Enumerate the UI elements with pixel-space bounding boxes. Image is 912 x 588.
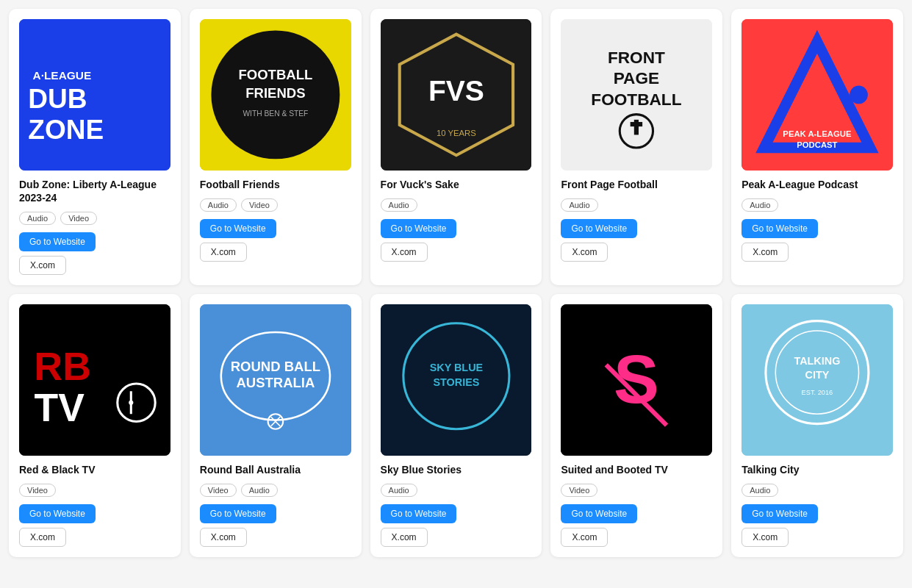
card-actions-peak-aleague: Go to WebsiteX.com bbox=[742, 219, 893, 262]
card-title-red-black-tv: Red & Black TV bbox=[19, 463, 170, 476]
svg-text:ROUND BALL: ROUND BALL bbox=[230, 359, 320, 374]
svg-point-30 bbox=[129, 401, 133, 405]
xcom-button-dub-zone[interactable]: X.com bbox=[19, 256, 66, 275]
svg-text:EST. 2016: EST. 2016 bbox=[802, 390, 833, 397]
svg-text:A·LEAGUE: A·LEAGUE bbox=[33, 69, 92, 82]
card-image-suited-booted: S bbox=[561, 304, 712, 456]
card-title-suited-booted: Suited and Booted TV bbox=[561, 463, 712, 476]
card-image-sky-blue: SKY BLUE STORIES bbox=[381, 304, 532, 456]
svg-text:FOOTBALL: FOOTBALL bbox=[592, 90, 682, 109]
card-actions-talking-city: Go to WebsiteX.com bbox=[742, 504, 893, 547]
card-title-talking-city: Talking City bbox=[742, 463, 893, 476]
tag-audio: Audio bbox=[561, 198, 597, 212]
tag-audio: Audio bbox=[200, 198, 237, 212]
card-title-football-friends: Football Friends bbox=[200, 178, 351, 191]
xcom-button-red-black-tv[interactable]: X.com bbox=[19, 528, 66, 547]
card-image-talking-city: TALKING CITY EST. 2016 bbox=[742, 304, 893, 456]
go-to-website-button-peak-aleague[interactable]: Go to Website bbox=[742, 219, 818, 238]
card-title-peak-aleague: Peak A-League Podcast bbox=[742, 178, 893, 191]
go-to-website-button-front-page[interactable]: Go to Website bbox=[561, 219, 637, 238]
card-image-front-page: FRONT PAGE FOOTBALL bbox=[561, 19, 712, 171]
card-tags-round-ball: VideoAudio bbox=[200, 484, 351, 497]
tag-video: Video bbox=[241, 198, 278, 212]
tag-audio: Audio bbox=[241, 484, 278, 497]
xcom-button-front-page[interactable]: X.com bbox=[561, 243, 608, 262]
card-actions-for-vuck: Go to WebsiteX.com bbox=[381, 219, 532, 262]
card-image-dub-zone: A·LEAGUE DUB ZONE bbox=[19, 19, 170, 171]
card-tags-for-vuck: Audio bbox=[381, 198, 532, 212]
card-tags-red-black-tv: Video bbox=[19, 484, 170, 497]
go-to-website-button-suited-booted[interactable]: Go to Website bbox=[561, 504, 637, 523]
card-red-black-tv: RB TV Red & Black TVVideoGo to WebsiteX.… bbox=[9, 294, 181, 557]
svg-text:CITY: CITY bbox=[805, 369, 830, 381]
tag-audio: Audio bbox=[381, 484, 417, 497]
svg-text:STORIES: STORIES bbox=[433, 376, 479, 388]
svg-text:AUSTRALIA: AUSTRALIA bbox=[236, 375, 315, 390]
go-to-website-button-sky-blue[interactable]: Go to Website bbox=[381, 504, 457, 523]
card-tags-sky-blue: Audio bbox=[381, 484, 532, 497]
card-actions-sky-blue: Go to WebsiteX.com bbox=[381, 504, 532, 547]
tag-video: Video bbox=[561, 484, 597, 497]
card-for-vuck: FVS 10 YEARS For Vuck's SakeAudioGo to W… bbox=[370, 9, 542, 285]
go-to-website-button-dub-zone[interactable]: Go to Website bbox=[19, 232, 96, 251]
card-sky-blue: SKY BLUE STORIES Sky Blue StoriesAudioGo… bbox=[370, 294, 542, 557]
card-grid: A·LEAGUE DUB ZONE Dub Zone: Liberty A-Le… bbox=[9, 9, 903, 557]
card-tags-peak-aleague: Audio bbox=[742, 198, 893, 212]
svg-text:WITH BEN & STEF: WITH BEN & STEF bbox=[243, 110, 308, 118]
go-to-website-button-football-friends[interactable]: Go to Website bbox=[200, 219, 276, 238]
svg-text:10 YEARS: 10 YEARS bbox=[437, 129, 476, 137]
tag-audio: Audio bbox=[19, 212, 56, 225]
tag-audio: Audio bbox=[742, 198, 778, 212]
xcom-button-sky-blue[interactable]: X.com bbox=[381, 528, 428, 547]
go-to-website-button-for-vuck[interactable]: Go to Website bbox=[381, 219, 457, 238]
svg-text:FOOTBALL: FOOTBALL bbox=[238, 67, 312, 82]
svg-text:TALKING: TALKING bbox=[794, 355, 841, 367]
card-tags-talking-city: Audio bbox=[742, 484, 893, 497]
svg-text:PEAK A-LEAGUE: PEAK A-LEAGUE bbox=[783, 129, 852, 138]
card-tags-football-friends: AudioVideo bbox=[200, 198, 351, 212]
card-peak-aleague: PEAK A-LEAGUE PODCAST Peak A-League Podc… bbox=[731, 9, 903, 285]
svg-text:FRONT: FRONT bbox=[608, 49, 665, 67]
card-actions-red-black-tv: Go to WebsiteX.com bbox=[19, 504, 170, 547]
xcom-button-suited-booted[interactable]: X.com bbox=[561, 528, 608, 547]
tag-video: Video bbox=[200, 484, 237, 497]
card-image-peak-aleague: PEAK A-LEAGUE PODCAST bbox=[742, 19, 893, 171]
card-title-front-page: Front Page Football bbox=[561, 178, 712, 191]
go-to-website-button-red-black-tv[interactable]: Go to Website bbox=[19, 504, 96, 523]
go-to-website-button-round-ball[interactable]: Go to Website bbox=[200, 504, 276, 523]
svg-text:PODCAST: PODCAST bbox=[797, 140, 837, 149]
card-tags-dub-zone: AudioVideo bbox=[19, 212, 170, 225]
card-title-round-ball: Round Ball Australia bbox=[200, 463, 351, 476]
card-round-ball: ROUND BALL AUSTRALIA Round Ball Australi… bbox=[190, 294, 362, 557]
xcom-button-for-vuck[interactable]: X.com bbox=[381, 243, 428, 262]
xcom-button-talking-city[interactable]: X.com bbox=[742, 528, 789, 547]
card-tags-suited-booted: Video bbox=[561, 484, 712, 497]
card-title-for-vuck: For Vuck's Sake bbox=[381, 178, 532, 191]
svg-point-22 bbox=[850, 86, 868, 104]
go-to-website-button-talking-city[interactable]: Go to Website bbox=[742, 504, 818, 523]
card-actions-dub-zone: Go to WebsiteX.com bbox=[19, 232, 170, 275]
tag-video: Video bbox=[19, 484, 56, 497]
card-image-for-vuck: FVS 10 YEARS bbox=[381, 19, 532, 171]
xcom-button-peak-aleague[interactable]: X.com bbox=[742, 243, 789, 262]
tag-video: Video bbox=[60, 212, 97, 225]
card-title-dub-zone: Dub Zone: Liberty A-League 2023-24 bbox=[19, 178, 170, 204]
svg-text:RB: RB bbox=[35, 345, 91, 388]
xcom-button-football-friends[interactable]: X.com bbox=[200, 243, 247, 262]
svg-text:SKY BLUE: SKY BLUE bbox=[429, 362, 483, 373]
svg-text:FVS: FVS bbox=[428, 75, 484, 107]
svg-text:PAGE: PAGE bbox=[614, 69, 659, 87]
svg-text:TV: TV bbox=[35, 387, 85, 430]
card-actions-round-ball: Go to WebsiteX.com bbox=[200, 504, 351, 547]
xcom-button-round-ball[interactable]: X.com bbox=[200, 528, 247, 547]
card-football-friends: FOOTBALL FRIENDS WITH BEN & STEF Footbal… bbox=[190, 9, 362, 285]
card-image-football-friends: FOOTBALL FRIENDS WITH BEN & STEF bbox=[200, 19, 351, 171]
tag-audio: Audio bbox=[742, 484, 778, 497]
svg-rect-19 bbox=[634, 120, 639, 135]
card-front-page: FRONT PAGE FOOTBALL Front Page FootballA… bbox=[550, 9, 722, 285]
tag-audio: Audio bbox=[381, 198, 417, 212]
card-dub-zone: A·LEAGUE DUB ZONE Dub Zone: Liberty A-Le… bbox=[9, 9, 181, 285]
card-image-red-black-tv: RB TV bbox=[19, 304, 170, 456]
card-image-round-ball: ROUND BALL AUSTRALIA bbox=[200, 304, 351, 456]
card-tags-front-page: Audio bbox=[561, 198, 712, 212]
